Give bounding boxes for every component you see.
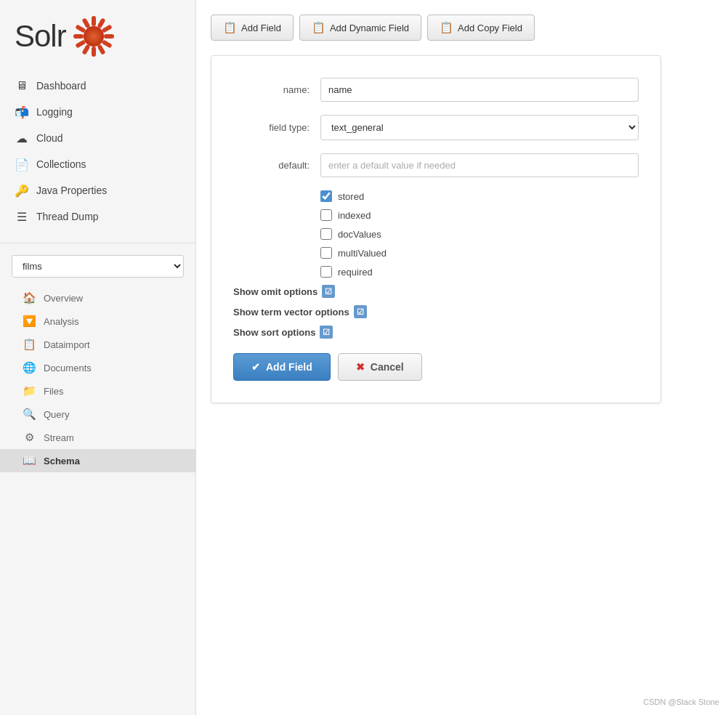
overview-icon: 🏠 — [22, 291, 36, 304]
svg-rect-11 — [81, 17, 90, 28]
cancel-button[interactable]: ✖ Cancel — [338, 353, 422, 381]
sidebar-item-logging-label: Logging — [36, 106, 73, 118]
show-sort-icon: ☑ — [320, 326, 333, 339]
sub-nav-item-files[interactable]: 📁 Files — [0, 379, 195, 403]
checkboxes-section: stored indexed docValues multiValued req… — [320, 190, 639, 278]
add-copy-field-label: Add Copy Field — [458, 23, 522, 33]
sub-nav-item-overview[interactable]: 🏠 Overview — [0, 286, 195, 310]
show-term-vector-icon: ☑ — [354, 305, 367, 318]
dataimport-icon: 📋 — [22, 338, 36, 351]
dashboard-icon: 🖥 — [15, 78, 29, 93]
add-field-toolbar-label: Add Field — [241, 23, 281, 33]
files-icon: 📁 — [22, 384, 36, 397]
add-field-form: name: field type: text_general string in… — [211, 55, 661, 403]
app-name-text: Solr — [15, 19, 66, 54]
svg-point-12 — [84, 26, 104, 47]
multivalued-checkbox[interactable] — [320, 247, 332, 259]
sidebar-item-dashboard[interactable]: 🖥 Dashboard — [0, 73, 195, 99]
default-input[interactable] — [320, 153, 639, 177]
show-sort-label: Show sort options — [233, 327, 315, 338]
required-checkbox[interactable] — [320, 266, 332, 278]
sub-nav-documents-label: Documents — [44, 363, 92, 373]
stored-checkbox[interactable] — [320, 190, 332, 202]
add-dynamic-field-icon: 📋 — [312, 21, 325, 34]
watermark: CSDN @Stack Stone — [643, 698, 719, 706]
sidebar-item-java-properties[interactable]: 🔑 Java Properties — [0, 177, 195, 203]
add-copy-field-button[interactable]: 📋 Add Copy Field — [427, 15, 535, 41]
show-term-vector-label: Show term vector options — [233, 307, 349, 318]
svg-rect-4 — [101, 39, 112, 48]
sub-nav-analysis-label: Analysis — [44, 316, 78, 327]
logging-icon: 📬 — [15, 105, 29, 119]
action-buttons: ✔ Add Field ✖ Cancel — [233, 353, 639, 381]
docvalues-label: docValues — [338, 229, 381, 240]
query-icon: 🔍 — [22, 408, 36, 421]
sub-nav-item-query[interactable]: 🔍 Query — [0, 403, 195, 426]
schema-icon: 📖 — [22, 454, 36, 467]
main-content: 📋 Add Field 📋 Add Dynamic Field 📋 Add Co… — [196, 0, 728, 715]
toolbar: 📋 Add Field 📋 Add Dynamic Field 📋 Add Co… — [211, 15, 713, 41]
solr-logo-icon — [72, 15, 116, 58]
cancel-btn-label: Cancel — [371, 361, 404, 373]
cloud-icon: ☁ — [15, 131, 29, 145]
sidebar-item-cloud-label: Cloud — [36, 132, 63, 144]
sub-nav-item-stream[interactable]: ⚙ Stream — [0, 426, 195, 449]
svg-rect-2 — [101, 24, 112, 33]
svg-rect-8 — [75, 39, 86, 48]
sidebar-item-logging[interactable]: 📬 Logging — [0, 99, 195, 125]
stored-row: stored — [320, 190, 639, 202]
svg-rect-9 — [73, 34, 84, 39]
sub-nav-item-schema[interactable]: 📖 Schema — [0, 449, 195, 472]
sidebar-item-cloud[interactable]: ☁ Cloud — [0, 125, 195, 151]
svg-rect-10 — [75, 24, 86, 33]
show-omit-options[interactable]: Show omit options ☑ — [233, 285, 639, 298]
svg-rect-5 — [97, 44, 105, 55]
indexed-checkbox[interactable] — [320, 209, 332, 221]
show-omit-icon: ☑ — [322, 285, 335, 298]
sub-nav-item-documents[interactable]: 🌐 Documents — [0, 356, 195, 379]
sub-nav-dataimport-label: Dataimport — [44, 339, 90, 350]
docvalues-row: docValues — [320, 228, 639, 240]
collections-icon: 📄 — [15, 157, 29, 171]
svg-rect-6 — [92, 47, 96, 57]
indexed-row: indexed — [320, 209, 639, 221]
add-field-btn-label: Add Field — [266, 361, 312, 373]
sidebar-item-collections[interactable]: 📄 Collections — [0, 151, 195, 177]
add-field-checkmark-icon: ✔ — [251, 361, 260, 373]
sub-nav-item-analysis[interactable]: 🔽 Analysis — [0, 310, 195, 333]
svg-rect-7 — [81, 44, 90, 55]
sidebar-item-dashboard-label: Dashboard — [36, 80, 86, 92]
required-label: required — [338, 267, 373, 278]
documents-icon: 🌐 — [22, 361, 36, 374]
sub-nav-query-label: Query — [44, 409, 69, 420]
add-field-button[interactable]: ✔ Add Field — [233, 353, 331, 381]
java-properties-icon: 🔑 — [15, 183, 29, 198]
thread-dump-icon: ☰ — [15, 209, 29, 224]
docvalues-checkbox[interactable] — [320, 228, 332, 240]
collection-selector-wrapper: films — [12, 255, 184, 278]
collection-dropdown[interactable]: films — [12, 255, 184, 278]
add-dynamic-field-button[interactable]: 📋 Add Dynamic Field — [299, 15, 421, 41]
sidebar-item-thread-dump-label: Thread Dump — [36, 211, 99, 222]
svg-rect-0 — [92, 16, 96, 26]
show-term-vector-options[interactable]: Show term vector options ☑ — [233, 305, 639, 318]
default-row: default: — [233, 153, 639, 177]
multivalued-row: multiValued — [320, 247, 639, 259]
field-type-label: field type: — [233, 122, 320, 133]
logo-area: Solr — [0, 0, 195, 65]
sub-nav-item-dataimport[interactable]: 📋 Dataimport — [0, 333, 195, 356]
add-field-toolbar-button[interactable]: 📋 Add Field — [211, 15, 294, 41]
name-input[interactable] — [320, 78, 639, 102]
sub-nav: 🏠 Overview 🔽 Analysis 📋 Dataimport 🌐 Doc… — [0, 283, 195, 475]
add-copy-field-icon: 📋 — [440, 21, 453, 34]
field-type-select[interactable]: text_general string int long float doubl… — [320, 115, 639, 140]
sidebar-item-thread-dump[interactable]: ☰ Thread Dump — [0, 203, 195, 230]
stored-label: stored — [338, 191, 364, 202]
indexed-label: indexed — [338, 210, 371, 221]
multivalued-label: multiValued — [338, 248, 387, 259]
show-sort-options[interactable]: Show sort options ☑ — [233, 326, 639, 339]
sidebar-item-java-properties-label: Java Properties — [36, 185, 107, 196]
sub-nav-overview-label: Overview — [44, 293, 83, 304]
show-omit-label: Show omit options — [233, 286, 318, 297]
field-type-row: field type: text_general string int long… — [233, 115, 639, 140]
